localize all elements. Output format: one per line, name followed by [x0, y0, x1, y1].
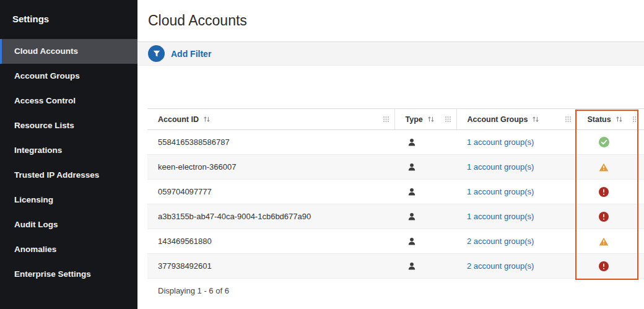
sort-arrows-icon[interactable]	[427, 116, 435, 123]
sidebar-item-label: Cloud Accounts	[14, 46, 78, 56]
table-row: 377938492601 2 account group(s)	[147, 254, 644, 279]
main-content: Cloud Accounts Add Filter	[137, 0, 644, 309]
sidebar-item-label: Anomalies	[14, 245, 56, 254]
column-label-account-id: Account ID	[158, 115, 199, 124]
page-title: Cloud Accounts	[148, 12, 247, 29]
sidebar-item-cloud-accounts[interactable]: Cloud Accounts	[0, 39, 137, 64]
sort-arrows-icon[interactable]	[616, 116, 623, 123]
sort-arrows-icon[interactable]	[532, 116, 539, 123]
account-groups-link[interactable]: 1 account group(s)	[467, 187, 534, 196]
sidebar-item-label: Access Control	[14, 96, 76, 105]
account-groups-link[interactable]: 1 account group(s)	[467, 212, 534, 221]
sidebar-title: Settings	[0, 0, 137, 39]
account-id-cell: keen-electron-366007	[147, 155, 394, 180]
sidebar-item-resource-lists[interactable]: Resource Lists	[0, 113, 137, 138]
account-groups-link[interactable]: 2 account group(s)	[467, 237, 534, 246]
column-drag-handle-icon[interactable]	[445, 116, 451, 123]
sidebar-item-label: Integrations	[14, 146, 62, 155]
sidebar-item-integrations[interactable]: Integrations	[0, 138, 137, 163]
sidebar-item-enterprise-settings[interactable]: Enterprise Settings	[0, 262, 137, 287]
account-groups-link[interactable]: 1 account group(s)	[467, 137, 534, 147]
account-id-cell: 059704097777	[147, 180, 394, 204]
account-type-cell	[394, 130, 456, 155]
account-groups-cell: 2 account group(s)	[456, 229, 577, 254]
column-header-type[interactable]: Type	[394, 109, 456, 130]
table-row: 059704097777 1 account group(s)	[147, 180, 644, 204]
table-body: 5584165388586787 1 account group(s) keen…	[147, 130, 644, 279]
status-cell	[577, 204, 644, 229]
account-id-cell: 377938492601	[147, 254, 394, 279]
sidebar-item-access-control[interactable]: Access Control	[0, 89, 137, 113]
sidebar-item-anomalies[interactable]: Anomalies	[0, 237, 137, 262]
table-row: 5584165388586787 1 account group(s)	[147, 130, 644, 155]
status-cell	[577, 155, 644, 180]
table-row: a3b3155b-ab47-40ca-9004-1cb6bd677a90 1 a…	[147, 204, 644, 229]
user-icon	[407, 138, 416, 147]
sidebar-item-label: Audit Logs	[14, 220, 58, 229]
page-header: Cloud Accounts	[137, 0, 644, 42]
account-type-cell	[394, 254, 456, 279]
sort-arrows-icon[interactable]	[203, 116, 211, 123]
table-header-row: Account ID Type	[147, 109, 644, 130]
column-header-status[interactable]: Status	[577, 109, 644, 130]
account-id-cell: a3b3155b-ab47-40ca-9004-1cb6bd677a90	[147, 204, 394, 229]
error-circle-icon	[599, 212, 609, 222]
user-icon	[407, 262, 416, 271]
column-drag-handle-icon[interactable]	[383, 116, 389, 123]
error-circle-icon	[599, 261, 609, 271]
account-groups-cell: 1 account group(s)	[456, 155, 577, 180]
account-id-cell: 5584165388586787	[147, 130, 394, 155]
status-cell	[577, 229, 644, 254]
status-cell	[577, 254, 644, 279]
app-root: Settings Cloud AccountsAccount GroupsAcc…	[0, 0, 644, 309]
sidebar-item-licensing[interactable]: Licensing	[0, 188, 137, 212]
account-groups-cell: 2 account group(s)	[456, 254, 577, 279]
add-filter-label: Add Filter	[171, 49, 211, 59]
warning-triangle-icon	[599, 163, 609, 172]
sidebar-item-label: Licensing	[14, 195, 53, 204]
sidebar-item-trusted-ip-addresses[interactable]: Trusted IP Addresses	[0, 163, 137, 188]
account-id-cell: 143469561880	[147, 229, 394, 254]
user-icon	[407, 237, 416, 246]
account-groups-link[interactable]: 1 account group(s)	[467, 162, 534, 172]
table-row: keen-electron-366007 1 account group(s)	[147, 155, 644, 180]
column-drag-handle-icon[interactable]	[565, 116, 572, 123]
account-groups-cell: 1 account group(s)	[456, 204, 577, 229]
sidebar-item-label: Account Groups	[14, 71, 80, 81]
column-label-account-groups: Account Groups	[468, 115, 528, 124]
account-type-cell	[394, 180, 456, 204]
check-circle-icon	[599, 137, 609, 147]
pagination-summary: Displaying 1 - 6 of 6	[147, 279, 644, 303]
account-groups-cell: 1 account group(s)	[456, 130, 577, 155]
sidebar-item-label: Trusted IP Addresses	[14, 170, 99, 180]
sidebar-item-label: Resource Lists	[14, 121, 74, 130]
warning-triangle-icon	[599, 237, 609, 246]
user-icon	[407, 188, 416, 196]
settings-sidebar: Settings Cloud AccountsAccount GroupsAcc…	[0, 0, 137, 309]
table-row: 143469561880 2 account group(s)	[147, 229, 644, 254]
funnel-icon	[148, 45, 165, 62]
add-filter-button[interactable]: Add Filter	[148, 45, 211, 62]
account-groups-cell: 1 account group(s)	[456, 180, 577, 204]
table-footer-row: Displaying 1 - 6 of 6	[147, 279, 644, 303]
account-type-cell	[394, 204, 456, 229]
user-icon	[407, 163, 416, 172]
error-circle-icon	[599, 187, 609, 197]
column-header-account-id[interactable]: Account ID	[147, 109, 394, 130]
sidebar-item-label: Enterprise Settings	[14, 269, 91, 279]
account-groups-link[interactable]: 2 account group(s)	[467, 261, 534, 271]
account-type-cell	[394, 229, 456, 254]
column-label-type: Type	[406, 115, 423, 124]
column-drag-handle-icon[interactable]	[632, 116, 639, 123]
sidebar-item-audit-logs[interactable]: Audit Logs	[0, 212, 137, 237]
sidebar-item-account-groups[interactable]: Account Groups	[0, 64, 137, 89]
cloud-accounts-table: Account ID Type	[147, 108, 644, 303]
status-cell	[577, 130, 644, 155]
column-header-account-groups[interactable]: Account Groups	[456, 109, 577, 130]
account-type-cell	[394, 155, 456, 180]
user-icon	[407, 212, 416, 221]
status-cell	[577, 180, 644, 204]
sidebar-nav: Cloud AccountsAccount GroupsAccess Contr…	[0, 39, 137, 287]
column-label-status: Status	[588, 115, 611, 124]
filter-bar: Add Filter	[137, 42, 644, 66]
